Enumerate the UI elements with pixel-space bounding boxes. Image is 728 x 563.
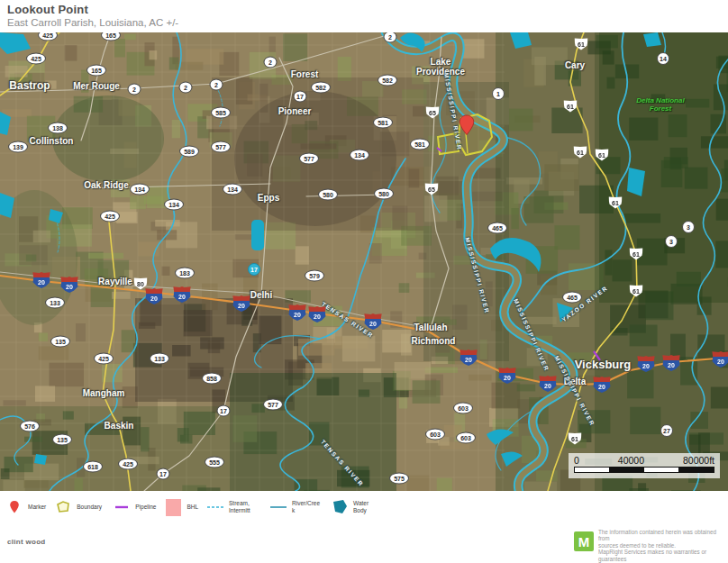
highway-shield-1: 1 <box>492 87 505 100</box>
town-label: Vicksburg <box>575 359 632 371</box>
highway-shield-425: 425 <box>26 53 46 65</box>
highway-shield-139: 139 <box>8 141 28 153</box>
highway-shield-2: 2 <box>128 84 141 95</box>
town-label: Delhi <box>250 291 272 301</box>
highway-shield-17: 17 <box>248 263 260 276</box>
highway-shield-582: 582 <box>378 75 397 86</box>
highway-shield-465: 465 <box>562 292 582 304</box>
legend-item-bhl: BHL <box>164 499 198 516</box>
highway-shield-603: 603 <box>425 429 445 440</box>
highway-shield-580: 580 <box>318 189 338 201</box>
scale-bar-segments <box>574 467 714 473</box>
highway-shield-134: 134 <box>350 150 369 161</box>
legend-item-river-creek: River/Creek <box>269 500 323 514</box>
boundary-polygon-icon <box>54 500 72 514</box>
stream-dashed-line-icon <box>206 504 224 510</box>
highway-shield-577: 577 <box>211 141 231 153</box>
highway-shield-858: 858 <box>202 373 222 385</box>
header: Lookout Point East Carroll Parish, Louis… <box>0 0 728 32</box>
highway-shield-134: 134 <box>223 184 242 195</box>
town-label: Mer Rouge <box>73 82 120 92</box>
highway-shield-618: 618 <box>83 461 103 473</box>
water-body-icon <box>331 499 349 515</box>
legend-label: Stream, Intermitt <box>229 500 261 514</box>
highway-shield-2: 2 <box>264 57 278 68</box>
town-label: Forest <box>291 70 319 80</box>
highway-shield-17: 17 <box>157 468 170 480</box>
mapright-logo: M <box>574 531 594 551</box>
town-label: Pioneer <box>278 107 312 117</box>
highway-shield-581: 581 <box>410 139 430 150</box>
legend-label: BHL <box>187 504 198 511</box>
legend-label: Water Body <box>353 500 377 514</box>
legend-item-pipeline: Pipeline <box>113 504 156 511</box>
scale-label-0: 0 <box>574 455 579 467</box>
page-subtitle: East Carroll Parish, Louisiana, AC +/- <box>7 17 178 28</box>
town-label: Tallulah <box>414 323 447 333</box>
town-label: Collinston <box>30 137 74 147</box>
town-label: Epps <box>258 194 279 204</box>
town-label: Oak Ridge <box>84 181 128 191</box>
legend-item-marker: Marker <box>5 500 46 514</box>
town-label: Rayville <box>98 277 132 287</box>
map-canvas[interactable]: BastropMer RougeCollinstonOak RidgeRayvi… <box>0 32 728 491</box>
highway-shield-134: 134 <box>130 184 150 195</box>
legend-item-stream-intermittent: Stream, Intermitt <box>206 500 261 514</box>
bhl-swatch-icon <box>164 499 182 516</box>
town-label: Cary <box>565 61 585 71</box>
legend-label: Boundary <box>77 504 105 511</box>
highway-shield-577: 577 <box>263 399 283 411</box>
highway-shield-581: 581 <box>373 117 393 129</box>
highway-shield-2: 2 <box>179 82 193 94</box>
highway-shield-17: 17 <box>217 405 231 417</box>
scale-label-mid: 40000 <box>618 455 644 467</box>
highway-shield-465: 465 <box>487 222 507 234</box>
town-label: Baskin <box>105 422 134 431</box>
highway-shield-17: 17 <box>294 91 307 103</box>
highway-shield-576: 576 <box>20 421 40 432</box>
highway-shield-577: 577 <box>299 153 319 165</box>
map-viewer-window: Lookout Point East Carroll Parish, Louis… <box>0 0 728 563</box>
highway-shield-555: 555 <box>205 457 224 468</box>
highway-shield-14: 14 <box>657 52 669 65</box>
footer: clint wood M The information contained h… <box>0 523 728 563</box>
highway-shield-138: 138 <box>48 123 68 134</box>
disclaimer-text: The information contained herein was obt… <box>598 529 724 563</box>
highway-shield-3: 3 <box>665 235 678 248</box>
highway-shield-133: 133 <box>45 297 65 309</box>
scale-bar: 0 40000 80000ft <box>569 453 720 478</box>
highway-shield-27: 27 <box>660 424 673 437</box>
pipeline-line-icon <box>113 504 131 510</box>
highway-shield-585: 585 <box>211 107 231 119</box>
town-label: Richmond <box>412 337 456 347</box>
highway-shield-580: 580 <box>374 188 394 200</box>
highway-shield-575: 575 <box>389 473 409 485</box>
author-name: clint wood <box>7 538 46 546</box>
highway-shield-183: 183 <box>175 268 195 279</box>
highway-shield-603: 603 <box>453 403 473 414</box>
legend-label: Marker <box>28 504 46 511</box>
highway-shield-133: 133 <box>150 353 169 365</box>
highway-shield-425: 425 <box>94 353 114 365</box>
legend-label: River/Creek <box>292 500 323 514</box>
marker-pin-icon <box>5 500 23 514</box>
highway-shield-582: 582 <box>311 82 331 94</box>
legend-item-water-body: Water Body <box>331 499 377 515</box>
highway-shield-135: 135 <box>50 336 70 348</box>
highway-shield-135: 135 <box>52 434 72 446</box>
highway-shield-3: 3 <box>682 221 695 233</box>
town-label: Bastrop <box>9 80 50 92</box>
legend-label: Pipeline <box>135 504 156 511</box>
highway-shield-425: 425 <box>100 211 120 222</box>
highway-shield-579: 579 <box>305 270 324 282</box>
page-title: Lookout Point <box>7 3 88 16</box>
highway-shield-589: 589 <box>179 146 199 158</box>
highway-shield-134: 134 <box>164 199 184 211</box>
highway-shield-603: 603 <box>456 432 476 444</box>
river-line-icon <box>269 504 287 510</box>
legend-item-boundary: Boundary <box>54 500 105 514</box>
town-label: Mangham <box>83 389 125 399</box>
town-label: Lake Providence <box>416 58 465 77</box>
highway-shield-165: 165 <box>86 65 106 77</box>
legend: MarkerBoundaryPipelineBHLStream, Intermi… <box>0 491 728 523</box>
